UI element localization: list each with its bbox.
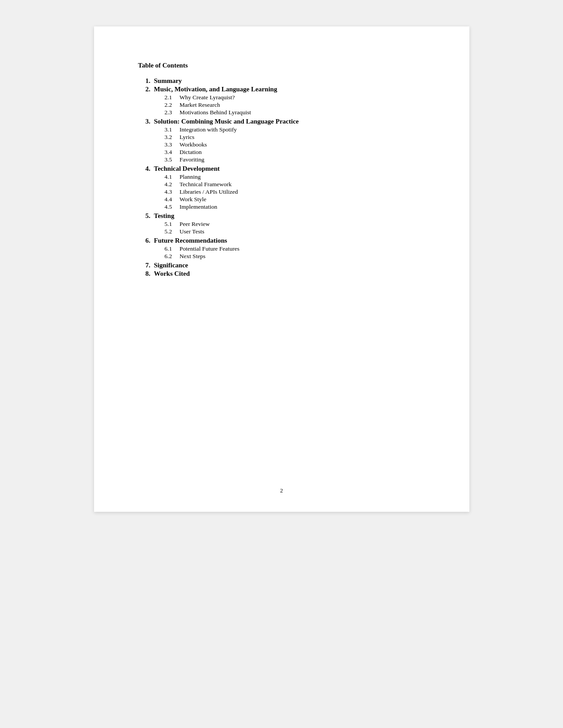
toc-main-num: 2. xyxy=(138,86,151,93)
toc-main-label: 8.Works Cited xyxy=(138,270,425,278)
toc-sub-num: 2.1 xyxy=(165,94,180,101)
toc-main-num: 7. xyxy=(138,262,151,269)
toc-sub-item: 5.1Peer Review xyxy=(138,221,425,228)
toc-sub-num: 3.2 xyxy=(165,134,180,141)
toc-sub-num: 4.4 xyxy=(165,196,180,203)
toc-main-item: 4.Technical Development4.1Planning4.2Tec… xyxy=(138,165,425,210)
toc-sub-item: 3.3Workbooks xyxy=(138,141,425,148)
toc-sub-item: 4.2Technical Framework xyxy=(138,181,425,188)
toc-sub-num: 2.3 xyxy=(165,109,180,116)
toc-sub-item: 2.3Motivations Behind Lyraquist xyxy=(138,109,425,116)
toc-main-label: 2.Music, Motivation, and Language Learni… xyxy=(138,86,425,93)
toc-main-label: 5.Testing xyxy=(138,212,425,220)
toc-main-text: Works Cited xyxy=(154,270,190,278)
toc-sub-label: Integration with Spotify xyxy=(180,126,237,133)
toc-sub-num: 5.2 xyxy=(165,228,180,235)
toc-sub-label: Implementation xyxy=(180,203,217,210)
toc-list: 1.Summary2.Music, Motivation, and Langua… xyxy=(138,77,425,278)
toc-main-text: Music, Motivation, and Language Learning xyxy=(154,86,277,93)
toc-sub-list: 4.1Planning4.2Technical Framework4.3Libr… xyxy=(138,173,425,210)
toc-sub-item: 4.4Work Style xyxy=(138,196,425,203)
toc-sub-list: 2.1Why Create Lyraquist?2.2Market Resear… xyxy=(138,94,425,116)
toc-sub-num: 4.1 xyxy=(165,173,180,180)
toc-sub-label: Motivations Behind Lyraquist xyxy=(180,109,251,116)
toc-sub-label: Why Create Lyraquist? xyxy=(180,94,235,101)
toc-main-item: 2.Music, Motivation, and Language Learni… xyxy=(138,86,425,116)
toc-sub-num: 2.2 xyxy=(165,101,180,109)
toc-sub-list: 6.1Potential Future Features6.2Next Step… xyxy=(138,245,425,260)
toc-sub-item: 3.4Dictation xyxy=(138,149,425,156)
toc-sub-item: 4.1Planning xyxy=(138,173,425,180)
toc-sub-label: Technical Framework xyxy=(180,181,232,188)
toc-main-num: 1. xyxy=(138,77,151,85)
toc-sub-num: 4.5 xyxy=(165,203,180,210)
toc-sub-list: 3.1Integration with Spotify3.2Lyrics3.3W… xyxy=(138,126,425,163)
toc-main-num: 8. xyxy=(138,270,151,278)
toc-main-item: 8.Works Cited xyxy=(138,270,425,278)
toc-main-item: 3.Solution: Combining Music and Language… xyxy=(138,118,425,163)
toc-main-label: 6.Future Recommendations xyxy=(138,237,425,244)
toc-sub-num: 3.4 xyxy=(165,149,180,156)
toc-sub-label: Workbooks xyxy=(180,141,207,148)
toc-main-num: 4. xyxy=(138,165,151,173)
toc-sub-label: Work Style xyxy=(180,196,207,203)
toc-sub-label: Planning xyxy=(180,173,201,180)
toc-sub-item: 2.1Why Create Lyraquist? xyxy=(138,94,425,101)
toc-sub-item: 6.2Next Steps xyxy=(138,253,425,260)
toc-main-num: 3. xyxy=(138,118,151,125)
toc-sub-num: 4.3 xyxy=(165,188,180,195)
toc-sub-num: 3.1 xyxy=(165,126,180,133)
toc-main-text: Technical Development xyxy=(154,165,220,173)
toc-sub-item: 6.1Potential Future Features xyxy=(138,245,425,252)
toc-sub-num: 3.5 xyxy=(165,156,180,163)
toc-main-item: 7.Significance xyxy=(138,262,425,269)
toc-main-label: 4.Technical Development xyxy=(138,165,425,173)
toc-main-item: 6.Future Recommendations6.1Potential Fut… xyxy=(138,237,425,260)
document-page: Table of Contents 1.Summary2.Music, Moti… xyxy=(94,26,469,512)
toc-sub-item: 4.3Libraries / APIs Utilized xyxy=(138,188,425,195)
toc-main-text: Future Recommendations xyxy=(154,237,227,244)
toc-sub-item: 5.2User Tests xyxy=(138,228,425,235)
toc-sub-label: Favoriting xyxy=(180,156,204,163)
toc-main-label: 7.Significance xyxy=(138,262,425,269)
toc-sub-label: Dictation xyxy=(180,149,202,156)
toc-title: Table of Contents xyxy=(138,62,425,69)
toc-sub-item: 3.2Lyrics xyxy=(138,134,425,141)
toc-sub-num: 3.3 xyxy=(165,141,180,148)
toc-sub-item: 3.5Favoriting xyxy=(138,156,425,163)
toc-main-text: Significance xyxy=(154,262,189,269)
page-number: 2 xyxy=(280,487,283,494)
toc-sub-label: Potential Future Features xyxy=(180,245,240,252)
toc-main-label: 3.Solution: Combining Music and Language… xyxy=(138,118,425,125)
toc-sub-label: Libraries / APIs Utilized xyxy=(180,188,238,195)
toc-main-num: 5. xyxy=(138,212,151,220)
toc-main-num: 6. xyxy=(138,237,151,244)
toc-sub-label: Next Steps xyxy=(180,253,206,260)
toc-sub-item: 3.1Integration with Spotify xyxy=(138,126,425,133)
toc-main-text: Testing xyxy=(154,212,174,220)
toc-sub-num: 6.2 xyxy=(165,253,180,260)
toc-sub-list: 5.1Peer Review5.2User Tests xyxy=(138,221,425,235)
toc-sub-item: 4.5Implementation xyxy=(138,203,425,210)
toc-main-item: 5.Testing5.1Peer Review5.2User Tests xyxy=(138,212,425,235)
toc-sub-num: 6.1 xyxy=(165,245,180,252)
toc-sub-num: 5.1 xyxy=(165,221,180,228)
toc-main-text: Solution: Combining Music and Language P… xyxy=(154,118,299,125)
toc-sub-label: User Tests xyxy=(180,228,204,235)
toc-sub-item: 2.2Market Research xyxy=(138,101,425,109)
toc-main-item: 1.Summary xyxy=(138,77,425,85)
toc-main-text: Summary xyxy=(154,77,182,85)
toc-main-label: 1.Summary xyxy=(138,77,425,85)
toc-sub-label: Market Research xyxy=(180,101,220,109)
toc-sub-label: Peer Review xyxy=(180,221,210,228)
toc-sub-label: Lyrics xyxy=(180,134,195,141)
toc-sub-num: 4.2 xyxy=(165,181,180,188)
